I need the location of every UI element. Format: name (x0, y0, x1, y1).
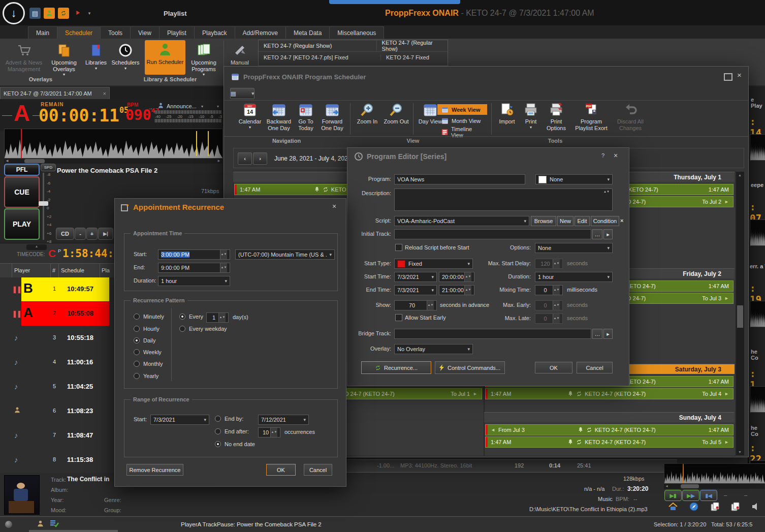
options-select[interactable]: None▾ (535, 243, 613, 253)
browser-icon[interactable] (689, 502, 699, 513)
start-type-select[interactable]: Fixed▾ (394, 259, 473, 269)
back-to-start-button[interactable]: ▮◀ (700, 490, 717, 501)
start-clock-input[interactable]: 20:00:00▲▼ (439, 272, 474, 282)
deck-waveform[interactable] (4, 129, 223, 159)
weekly-radio[interactable]: Weekly (134, 349, 162, 355)
timecode-handle[interactable]: ▲ (26, 244, 47, 250)
close-icon[interactable]: × (614, 151, 618, 160)
show-advance-input[interactable]: 70▲▼ (394, 300, 437, 310)
close-icon[interactable]: × (737, 71, 742, 79)
reload-script-checkbox[interactable] (395, 244, 402, 251)
minutely-radio[interactable]: Minutely (134, 314, 164, 320)
ok-button[interactable]: OK (535, 362, 572, 373)
end-date-select[interactable]: 7/3/2021▾ (394, 285, 437, 295)
home-icon[interactable] (668, 502, 678, 513)
allow-start-early-checkbox[interactable] (395, 314, 402, 321)
condition-button[interactable]: Condition (591, 216, 619, 226)
play-pause-button[interactable]: ▶▮ (664, 490, 682, 501)
end-by-date-select[interactable]: 7/12/2021▾ (258, 415, 309, 425)
start-date-select[interactable]: 7/3/2021▾ (394, 272, 437, 282)
play-button[interactable]: PLAY (4, 208, 40, 240)
dj-icon[interactable] (37, 520, 44, 528)
import-button[interactable]: Import (495, 102, 519, 125)
col-num[interactable]: # (52, 267, 55, 273)
calendar-event[interactable]: ◄From Jul 3 KETO 24-7 (KETO 24-7) 1:47 A… (485, 424, 734, 435)
pitch-slider-track[interactable] (43, 173, 44, 240)
new-button[interactable]: New (557, 216, 573, 226)
end-clock-input[interactable]: 21:00:00▲▼ (439, 285, 474, 295)
chevron-down-icon[interactable]: ▾ (201, 104, 203, 109)
description-input[interactable]: ▲▼ (394, 189, 613, 211)
daily-radio[interactable]: Daily (134, 337, 155, 343)
browse-button[interactable]: Browse (531, 216, 556, 226)
tab-miscellaneous[interactable]: Miscellaneous (329, 26, 384, 39)
deck-tab[interactable]: KETO 24-7 @ 7/3/2021 1:47:00 AM × (0, 87, 110, 99)
end-by-radio[interactable]: End by: (215, 416, 243, 422)
run-scheduler-quick-icon[interactable] (44, 8, 55, 19)
duration-select[interactable]: 1 hour▾ (158, 276, 230, 286)
tab-tools[interactable]: Tools (100, 26, 131, 39)
zoom-in-button[interactable]: Zoom In (354, 102, 380, 125)
tab-playlist[interactable]: Playlist (159, 26, 195, 39)
mini-scrollbar[interactable]: ◄ (664, 484, 764, 489)
day-header[interactable]: Sunday, July 4 (484, 412, 735, 422)
backward-one-day-button[interactable]: Backward One Day (265, 102, 293, 131)
upcoming-programs-button[interactable]: Upcoming Programs▾ (188, 41, 219, 77)
bridge-track-input[interactable] (394, 329, 591, 339)
max-late-input[interactable]: 0▲▼ (535, 314, 563, 324)
chevron-down-icon[interactable]: ▾ (217, 104, 219, 109)
spd-button[interactable]: SPD (41, 164, 56, 171)
range-start-select[interactable]: 7/3/2021▾ (150, 415, 209, 425)
prev-week-button[interactable]: ‹ (238, 152, 252, 165)
col-player[interactable]: Player (14, 267, 30, 273)
timeline-view-button[interactable]: Timeline View (437, 127, 487, 137)
announce-select[interactable]: Announce... (167, 103, 197, 109)
tab-scheduler[interactable]: Scheduler (57, 26, 101, 39)
control-commands-button[interactable]: Control Commands... (435, 361, 505, 374)
end-time-input[interactable]: 9:00:00 PM▲▼ (158, 263, 230, 273)
discard-all-changes-button[interactable]: Discard All Changes (613, 102, 648, 131)
cancel-button[interactable]: Cancel (577, 362, 613, 373)
end-after-radio[interactable]: End after: (215, 428, 249, 434)
print-button[interactable]: Print▾ (521, 102, 541, 130)
yearly-radio[interactable]: Yearly (134, 373, 158, 379)
play-flag-icon[interactable]: ⯈ (72, 8, 83, 19)
duration-select[interactable]: 1 hour▾ (535, 272, 613, 282)
clear-script-icon[interactable]: × (620, 217, 623, 224)
every-weekday-radio[interactable]: Every weekday (179, 326, 227, 332)
view-menu-button[interactable]: ▤▾ (230, 88, 254, 99)
schedulers-button[interactable]: Schedulers▾ (111, 41, 140, 71)
ok-button[interactable]: OK (266, 464, 296, 476)
advert-news-button[interactable]: Advert & News Management (4, 41, 44, 72)
initial-track-input[interactable] (394, 229, 591, 239)
help-icon[interactable]: ? (601, 152, 604, 159)
recurrence-button[interactable]: Recurrence... (361, 361, 431, 374)
col-play[interactable]: Pla (102, 267, 110, 273)
cartwall-icon[interactable] (730, 502, 740, 513)
h-scrollbar[interactable] (29, 530, 118, 532)
tab-main[interactable]: Main (28, 26, 57, 39)
pfl-button[interactable]: PFL (4, 164, 40, 176)
every-n-days-radio[interactable]: Every (179, 314, 203, 320)
preview-track-button[interactable]: ▸ (603, 229, 613, 239)
month-view-button[interactable]: Month View (437, 115, 487, 126)
upcoming-overlays-button[interactable]: Upcoming Overlays▾ (48, 41, 80, 77)
pitch-plus-button[interactable]: + (86, 228, 98, 240)
browse-track-button[interactable]: … (592, 229, 602, 239)
next-week-button[interactable]: › (253, 152, 267, 165)
crossfade-icon[interactable]: → (148, 105, 153, 111)
forward-one-day-button[interactable]: Forward One Day (318, 102, 346, 131)
tab-meta-data[interactable]: Meta Data (285, 26, 330, 39)
mixing-time-input[interactable]: 0▲▼ (535, 285, 563, 295)
calendar-button[interactable]: MAY14 Calendar▾ (237, 102, 263, 130)
calendar-event[interactable]: 1:47 AM KETO 24-7 (KETO 24-7) To Jul 4► (485, 388, 734, 399)
cue-button[interactable]: CUE (4, 176, 40, 208)
week-view-button[interactable]: Week View (437, 104, 487, 115)
play-next-button[interactable]: ▶▶ (682, 490, 699, 501)
start-time-input[interactable]: 3:00:00 PM▲▼ (158, 249, 230, 260)
go-to-today-button[interactable]: Go To Today (294, 102, 317, 131)
program-input[interactable]: VOA News (394, 174, 525, 184)
cartwall-icon[interactable] (710, 502, 720, 513)
tab-view[interactable]: View (130, 26, 160, 39)
speaker-icon[interactable] (751, 502, 761, 513)
